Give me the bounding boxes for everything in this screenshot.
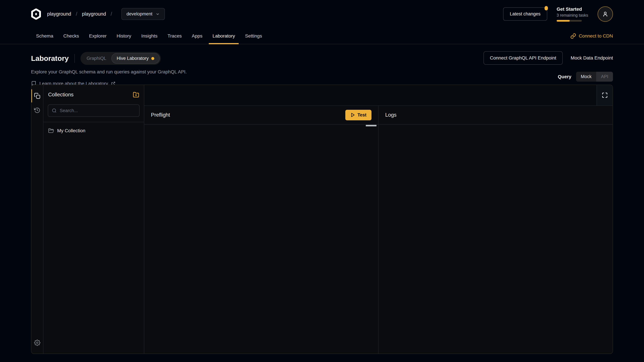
editor-scrollbar[interactable]: [366, 125, 376, 126]
breadcrumb-separator: /: [111, 11, 112, 17]
user-avatar[interactable]: [598, 6, 613, 22]
logs-title: Logs: [385, 112, 396, 118]
hive-logo-icon: [31, 8, 41, 19]
nav-tab-schema[interactable]: Schema: [31, 28, 58, 44]
ui-mode-toggle: GraphiQL Hive Laboratory: [80, 52, 161, 65]
get-started-progress-fill: [556, 20, 570, 22]
test-button[interactable]: Test: [345, 110, 372, 120]
nav-tab-checks[interactable]: Checks: [58, 28, 84, 44]
nav-tab-apps[interactable]: Apps: [187, 28, 208, 44]
collections-sidebar: Collections My Collection: [44, 85, 144, 354]
latest-changes-button[interactable]: Latest changes: [503, 7, 547, 21]
laboratory-hero: Laboratory GraphiQL Hive Laboratory Expl…: [0, 44, 644, 84]
query-mode-segmented-control: MockAPI: [576, 72, 613, 82]
toggle-hive-laboratory-label: Hive Laboratory: [117, 56, 149, 61]
operation-tabbar: [144, 85, 613, 106]
left-icon-rail: [31, 85, 44, 354]
mock-data-endpoint-button[interactable]: Mock Data Endpoint: [571, 55, 613, 61]
breadcrumb-separator: /: [76, 11, 77, 17]
get-started-progressbar: [556, 20, 582, 22]
environment-dropdown-value: development: [126, 11, 152, 16]
preflight-editor: Preflight Test: [144, 106, 378, 354]
collection-folder[interactable]: My Collection: [48, 128, 139, 134]
connect-to-cdn-link[interactable]: Connect to CDN: [570, 28, 613, 44]
settings-rail-button[interactable]: [31, 336, 43, 350]
page-title: Laboratory: [31, 54, 69, 62]
collections-search: [48, 104, 140, 117]
query-mode-mock[interactable]: Mock: [576, 72, 596, 82]
get-started-remaining: 3 remaining tasks: [556, 13, 588, 17]
connect-to-cdn-label: Connect to CDN: [579, 33, 613, 39]
folder-open-icon: [48, 128, 54, 134]
nav-tab-laboratory[interactable]: Laboratory: [208, 28, 240, 44]
logs-output[interactable]: [378, 124, 613, 354]
new-collection-button[interactable]: [133, 91, 139, 98]
nav-tab-explorer[interactable]: Explorer: [84, 28, 112, 44]
breadcrumb-org[interactable]: playground: [47, 11, 71, 17]
search-input[interactable]: [60, 108, 136, 113]
nav-tab-traces[interactable]: Traces: [162, 28, 187, 44]
app-header: playground / playground / development La…: [0, 0, 644, 28]
logs-panel: Logs: [378, 106, 613, 354]
divider: [74, 54, 75, 63]
link-icon: [570, 33, 576, 39]
query-mode-label: Query: [558, 74, 572, 79]
code-editor[interactable]: [144, 124, 378, 354]
nav-tab-settings[interactable]: Settings: [240, 28, 267, 44]
search-icon: [52, 108, 57, 113]
test-button-label: Test: [358, 112, 366, 118]
notification-dot: [544, 6, 548, 10]
collections-title: Collections: [48, 92, 74, 98]
breadcrumb-project[interactable]: playground: [82, 11, 106, 17]
laboratory-panel: Collections My Collection: [31, 85, 613, 354]
gear-icon: [34, 340, 40, 346]
maximize-icon: [602, 92, 608, 98]
user-icon: [602, 11, 608, 17]
environment-dropdown[interactable]: development: [122, 8, 165, 20]
editor-title: Preflight: [151, 112, 170, 118]
toggle-hive-laboratory[interactable]: Hive Laboratory: [111, 53, 160, 64]
collections-tree: My Collection: [44, 122, 144, 141]
toggle-graphiql[interactable]: GraphiQL: [82, 53, 111, 63]
nav-tab-insights[interactable]: Insights: [136, 28, 162, 44]
chevron-down-icon: [156, 12, 160, 16]
latest-changes-label: Latest changes: [510, 11, 540, 16]
play-icon: [350, 113, 355, 117]
main-nav: SchemaChecksExplorerHistoryInsightsTrace…: [0, 28, 644, 44]
history-icon: [34, 107, 40, 113]
query-mode-api[interactable]: API: [596, 72, 613, 82]
folder-plus-icon: [133, 91, 139, 98]
history-rail-button[interactable]: [31, 103, 43, 117]
fullscreen-button[interactable]: [596, 85, 613, 105]
collections-rail-button[interactable]: [31, 89, 43, 103]
nav-tab-history[interactable]: History: [112, 28, 136, 44]
get-started-title: Get Started: [556, 6, 588, 12]
get-started-widget[interactable]: Get Started 3 remaining tasks: [556, 6, 588, 22]
collection-folder-label: My Collection: [57, 128, 85, 133]
new-badge-dot: [151, 57, 154, 60]
collections-icon: [34, 93, 40, 99]
connect-graphql-endpoint-button[interactable]: Connect GraphQL API Endpoint: [484, 51, 563, 65]
